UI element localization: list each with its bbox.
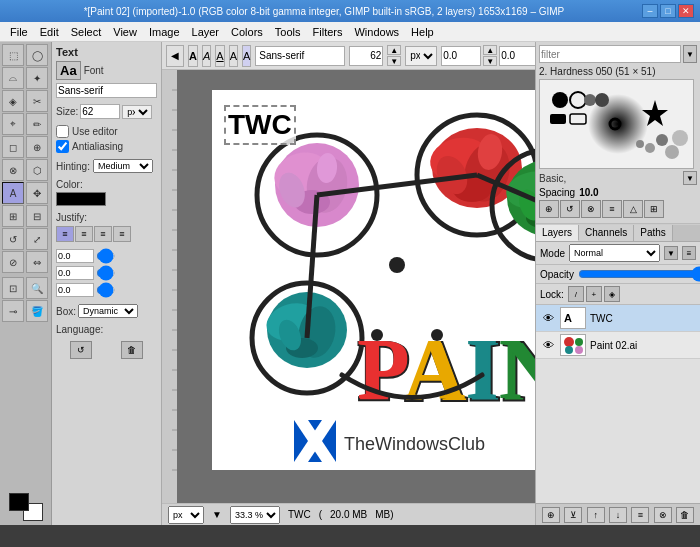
- menu-file[interactable]: File: [4, 24, 34, 40]
- layer-anchor-btn[interactable]: ⊗: [654, 507, 672, 523]
- layer-vis-twc[interactable]: 👁: [540, 310, 556, 326]
- rt-btn-4[interactable]: ≡: [602, 200, 622, 218]
- text-style-a5[interactable]: A: [242, 45, 251, 67]
- spacing-slider-1[interactable]: [96, 248, 116, 264]
- rt-btn-3[interactable]: ⊗: [581, 200, 601, 218]
- antialiasing-checkbox[interactable]: [56, 140, 69, 153]
- lead-input[interactable]: [499, 46, 535, 66]
- hinting-select[interactable]: Medium None Slight Full: [93, 159, 153, 173]
- size-input[interactable]: [80, 104, 120, 119]
- menu-select[interactable]: Select: [65, 24, 108, 40]
- tool-scissors[interactable]: ✂: [26, 90, 48, 112]
- tool-rotate[interactable]: ↺: [2, 228, 24, 250]
- tool-heal[interactable]: ⊗: [2, 159, 24, 181]
- menu-image[interactable]: Image: [143, 24, 186, 40]
- tool-select-by-color[interactable]: ◈: [2, 90, 24, 112]
- menu-layer[interactable]: Layer: [186, 24, 226, 40]
- size-down-btn[interactable]: ▼: [387, 56, 401, 66]
- justify-center[interactable]: ≡: [75, 226, 93, 242]
- opacity-slider[interactable]: [578, 267, 700, 281]
- tool-eraser[interactable]: ◻: [2, 136, 24, 158]
- menu-colors[interactable]: Colors: [225, 24, 269, 40]
- tool-free-select[interactable]: ⌓: [2, 67, 24, 89]
- size-up-btn[interactable]: ▲: [387, 45, 401, 55]
- close-button[interactable]: ✕: [678, 4, 694, 18]
- menu-edit[interactable]: Edit: [34, 24, 65, 40]
- unit-status-dropdown[interactable]: px: [168, 506, 204, 524]
- justify-fill[interactable]: ≡: [113, 226, 131, 242]
- foreground-color[interactable]: [9, 493, 29, 511]
- kern-up[interactable]: ▲: [483, 45, 497, 55]
- filter-down-btn[interactable]: ▼: [683, 45, 697, 63]
- spacing-slider-3[interactable]: [96, 282, 116, 298]
- tool-text[interactable]: A: [2, 182, 24, 204]
- layer-copy-btn[interactable]: ⊻: [564, 507, 582, 523]
- tool-paintbrush[interactable]: ✏: [26, 113, 48, 135]
- box-select[interactable]: Dynamic Fixed: [78, 304, 138, 318]
- layer-vis-paint02[interactable]: 👁: [540, 337, 556, 353]
- tool-zoom[interactable]: 🔍: [26, 277, 48, 299]
- layer-item-twc[interactable]: 👁 A TWC: [536, 305, 700, 332]
- reset-btn[interactable]: ↺: [70, 341, 92, 359]
- minimize-button[interactable]: –: [642, 4, 658, 18]
- rt-btn-5[interactable]: △: [623, 200, 643, 218]
- lock-alpha-btn[interactable]: ◈: [604, 286, 620, 302]
- layer-up-btn[interactable]: ↑: [587, 507, 605, 523]
- text-style-a1[interactable]: A: [188, 45, 198, 67]
- color-swatch[interactable]: [56, 192, 106, 206]
- use-editor-checkbox[interactable]: [56, 125, 69, 138]
- lock-position-btn[interactable]: +: [586, 286, 602, 302]
- tab-channels[interactable]: Channels: [579, 225, 634, 241]
- tool-paths[interactable]: ⌖: [2, 113, 24, 135]
- mode-expand-btn[interactable]: ▼: [664, 246, 678, 260]
- font-size-input[interactable]: [349, 46, 383, 66]
- tool-fuzzy-select[interactable]: ✦: [26, 67, 48, 89]
- tool-clone[interactable]: ⊕: [26, 136, 48, 158]
- maximize-button[interactable]: □: [660, 4, 676, 18]
- zoom-select[interactable]: 33.3 % 50 % 100 %: [230, 506, 280, 524]
- tool-bucket[interactable]: 🪣: [26, 300, 48, 322]
- font-family-input[interactable]: [255, 46, 345, 66]
- menu-help[interactable]: Help: [405, 24, 440, 40]
- tool-perspective[interactable]: ⬡: [26, 159, 48, 181]
- mode-select[interactable]: Normal Multiply Screen Overlay: [569, 244, 660, 262]
- kern-input[interactable]: [441, 46, 481, 66]
- delete-btn[interactable]: 🗑: [121, 341, 143, 359]
- menu-tools[interactable]: Tools: [269, 24, 307, 40]
- unit-dropdown[interactable]: px pt mm: [405, 46, 437, 66]
- spacing-slider-2[interactable]: [96, 265, 116, 281]
- tool-align[interactable]: ⊞: [2, 205, 24, 227]
- mode-extra-btn[interactable]: ≡: [682, 246, 696, 260]
- spacing-input-1[interactable]: [56, 249, 94, 263]
- category-dropdown-btn[interactable]: ▼: [683, 171, 697, 185]
- layer-item-paint02[interactable]: 👁 Paint 02.ai: [536, 332, 700, 359]
- text-style-a2[interactable]: A: [202, 45, 211, 67]
- spacing-input-2[interactable]: [56, 266, 94, 280]
- justify-left[interactable]: ≡: [56, 226, 74, 242]
- rt-btn-1[interactable]: ⊕: [539, 200, 559, 218]
- menu-windows[interactable]: Windows: [348, 24, 405, 40]
- tool-shear[interactable]: ⊘: [2, 251, 24, 273]
- canvas-viewport[interactable]: 250 500 750 1000: [162, 70, 535, 503]
- menu-view[interactable]: View: [107, 24, 143, 40]
- twc-text-box[interactable]: TWC: [224, 105, 296, 145]
- font-name-input[interactable]: [56, 83, 157, 98]
- layer-merge-btn[interactable]: ≡: [631, 507, 649, 523]
- prev-btn[interactable]: ◀: [166, 45, 184, 67]
- unit-select[interactable]: px: [122, 105, 152, 119]
- tool-move[interactable]: ✥: [26, 182, 48, 204]
- menu-filters[interactable]: Filters: [307, 24, 349, 40]
- rt-btn-2[interactable]: ↺: [560, 200, 580, 218]
- spacing-input-3[interactable]: [56, 283, 94, 297]
- tool-ellipse-select[interactable]: ◯: [26, 44, 48, 66]
- tool-crop[interactable]: ⊟: [26, 205, 48, 227]
- tool-flip[interactable]: ⇔: [26, 251, 48, 273]
- kern-down[interactable]: ▼: [483, 56, 497, 66]
- tool-measure[interactable]: ⊸: [2, 300, 24, 322]
- tab-layers[interactable]: Layers: [536, 225, 579, 241]
- lock-pixels-btn[interactable]: /: [568, 286, 584, 302]
- justify-right[interactable]: ≡: [94, 226, 112, 242]
- tool-rect-select[interactable]: ⬚: [2, 44, 24, 66]
- layer-new-btn[interactable]: ⊕: [542, 507, 560, 523]
- text-style-a3[interactable]: A: [215, 45, 224, 67]
